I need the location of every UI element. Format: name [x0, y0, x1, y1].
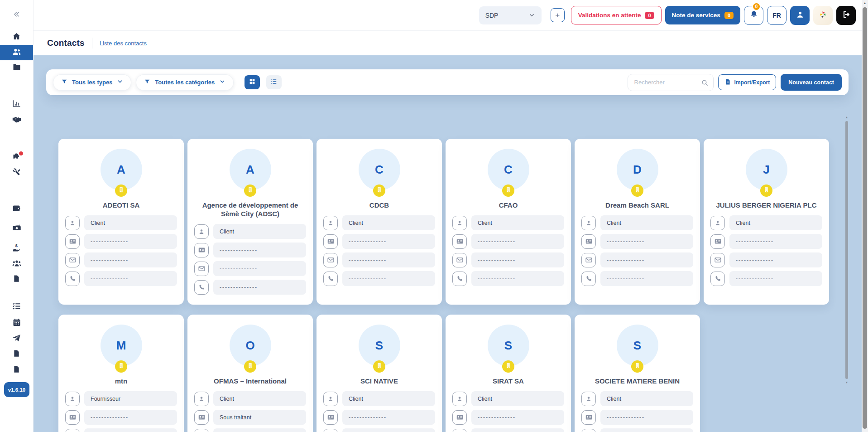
- window-scrollbar[interactable]: ▲: [862, 0, 868, 432]
- topbar: SDP + Validations en attente 0 Note de s…: [34, 0, 862, 30]
- search-icon: [701, 79, 709, 88]
- contact-email-row: --------------: [194, 428, 306, 432]
- person-icon: [581, 216, 596, 230]
- contact-phone-value: --------------: [342, 271, 435, 286]
- content-scrollbar[interactable]: ▲ ▼: [844, 115, 849, 385]
- contact-initial: D: [633, 163, 642, 177]
- sidebar-collapse-button[interactable]: [0, 7, 33, 23]
- list-icon: [270, 78, 278, 87]
- contact-card[interactable]: C CFAO Client -------------- -----------…: [446, 139, 571, 305]
- contact-card[interactable]: S SOCIETE MATIERE BENIN Client ---------…: [575, 315, 700, 432]
- home-icon: [12, 32, 21, 43]
- contact-initial: S: [504, 339, 512, 353]
- send-icon: [12, 333, 21, 345]
- contact-type-row: Client: [323, 391, 435, 406]
- mail-icon: [323, 429, 338, 432]
- scroll-up-icon[interactable]: ▲: [862, 1, 868, 5]
- sidebar-item-payments[interactable]: [0, 221, 33, 236]
- company-badge: [631, 184, 643, 197]
- contact-email-value: --------------: [84, 428, 177, 432]
- sidebar-item-tools[interactable]: [0, 165, 33, 180]
- notifications-button[interactable]: 0: [744, 6, 763, 25]
- contact-details: Fournisseur -------------- -------------…: [64, 391, 178, 432]
- service-notes-label: Note de services: [672, 12, 720, 19]
- building-icon: [247, 362, 254, 371]
- search-input[interactable]: [628, 74, 713, 91]
- contact-name: Agence de développement de Sèmè City (AD…: [193, 201, 307, 218]
- organization-select[interactable]: SDP: [479, 6, 542, 24]
- content-scrollbar-thumb[interactable]: [845, 121, 848, 379]
- contact-type-value: Client: [213, 224, 306, 239]
- building-icon: [376, 186, 383, 195]
- contact-email-row: --------------: [452, 252, 564, 267]
- contact-type-value: Fournisseur: [84, 391, 177, 406]
- contact-card[interactable]: S SIRAT SA Client -------------- -------…: [446, 315, 571, 432]
- list-view-toggle[interactable]: [266, 75, 282, 89]
- sidebar-item-integrations[interactable]: [0, 149, 33, 165]
- contact-reference-row: --------------: [65, 234, 177, 249]
- contact-card[interactable]: J JULIUS BERGER NIGERIA PLC Client -----…: [704, 139, 829, 305]
- breadcrumb[interactable]: Liste des contacts: [100, 40, 147, 47]
- contact-phone-value: --------------: [729, 271, 822, 286]
- pending-validations-button[interactable]: Validations en attente 0: [571, 6, 662, 24]
- funnel-icon: [61, 78, 67, 86]
- scroll-up-icon[interactable]: ▲: [845, 115, 849, 120]
- sidebar-item-notes[interactable]: [0, 362, 33, 378]
- add-organization-button[interactable]: +: [551, 8, 565, 22]
- contact-email-row: --------------: [65, 252, 177, 267]
- contact-email-value: --------------: [342, 252, 435, 267]
- sidebar-item-documents[interactable]: [0, 272, 33, 287]
- contact-details: Client -------------- -------------- ---…: [64, 215, 178, 286]
- contact-reference-row: Sous traitant: [194, 410, 306, 425]
- sidebar-item-wallet[interactable]: [0, 201, 33, 217]
- contact-reference-value: --------------: [471, 234, 564, 249]
- sidebar-item-tasks[interactable]: [0, 299, 33, 315]
- profile-button[interactable]: [790, 6, 810, 25]
- contact-reference-value: --------------: [84, 234, 177, 249]
- contact-card[interactable]: A ADEOTI SA Client -------------- ------…: [58, 139, 184, 305]
- contact-email-value: --------------: [213, 261, 306, 276]
- grid-view-toggle[interactable]: [245, 75, 260, 89]
- category-filter-dropdown[interactable]: Toutes les catégories: [136, 74, 234, 91]
- phone-icon: [581, 272, 596, 286]
- id-card-icon: [323, 234, 338, 249]
- new-contact-button[interactable]: Nouveau contact: [781, 74, 842, 91]
- contact-card[interactable]: M mtn Fournisseur -------------- -------…: [58, 315, 184, 432]
- contact-card[interactable]: C CDCB Client -------------- -----------…: [317, 139, 442, 305]
- type-filter-dropdown[interactable]: Tous les types: [53, 74, 131, 91]
- contact-card[interactable]: D Dream Beach SARL Client --------------…: [575, 139, 700, 305]
- import-export-label: Import/Export: [734, 79, 770, 86]
- sidebar-item-messages[interactable]: [0, 331, 33, 346]
- sidebar-item-files[interactable]: [0, 346, 33, 362]
- contact-reference-value: --------------: [600, 234, 693, 249]
- contact-card[interactable]: O OFMAS – International Client Sous trai…: [187, 315, 313, 432]
- service-notes-button[interactable]: Note de services 0: [665, 6, 740, 24]
- contact-phone-value: --------------: [600, 271, 693, 286]
- import-export-button[interactable]: Import/Export: [718, 74, 777, 90]
- banknote-icon: [12, 223, 22, 234]
- sidebar-item-partners[interactable]: [0, 112, 33, 128]
- contact-reference-row: --------------: [581, 234, 693, 249]
- chevron-down-icon: [528, 12, 535, 19]
- logout-button[interactable]: [836, 6, 856, 25]
- contact-card[interactable]: S SCI NATIVE Client -------------- -----…: [317, 315, 442, 432]
- sidebar-item-reports[interactable]: [0, 97, 33, 112]
- contact-card[interactable]: A Agence de développement de Sèmè City (…: [187, 139, 313, 305]
- notifications-count-badge: 0: [752, 2, 761, 11]
- apps-launcher-button[interactable]: [813, 6, 833, 25]
- language-button[interactable]: FR: [767, 6, 786, 25]
- contact-email-value: --------------: [600, 252, 693, 267]
- sidebar-item-folder[interactable]: [0, 60, 33, 76]
- building-icon: [634, 362, 641, 371]
- window-scrollbar-thumb[interactable]: [863, 7, 867, 429]
- sidebar-item-home[interactable]: [0, 29, 33, 45]
- scroll-down-icon[interactable]: ▼: [845, 380, 849, 385]
- sidebar-item-income[interactable]: $: [0, 241, 33, 256]
- tools-icon: [12, 167, 21, 179]
- sidebar-item-contacts[interactable]: [0, 45, 33, 60]
- contact-email-row: --------------: [323, 252, 435, 267]
- sidebar-item-hr[interactable]: [0, 257, 33, 272]
- contact-type-row: Client: [194, 391, 306, 406]
- sidebar-item-calendar[interactable]: [0, 316, 33, 331]
- contact-reference-value: Sous traitant: [213, 410, 306, 425]
